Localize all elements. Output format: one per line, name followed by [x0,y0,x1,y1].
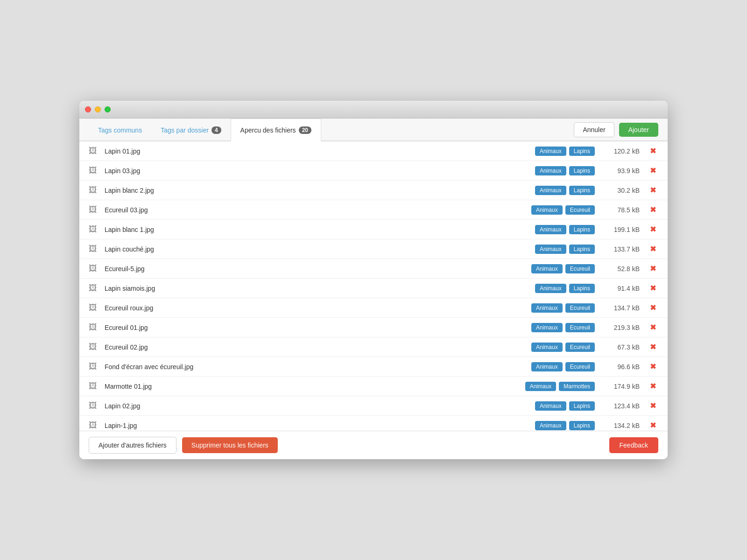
remove-file-button[interactable]: ✖ [647,264,658,273]
file-row: 🖼Marmotte 01.jpgAnimauxMarmottes174.9 kB… [79,377,668,396]
file-name: Fond d'écran avec écureuil.jpg [105,363,524,371]
file-tags: AnimauxLapins [535,166,595,175]
file-name: Lapin blanc 1.jpg [105,226,528,233]
titlebar [79,101,668,119]
tag-badge: Lapins [569,166,595,175]
tag-badge: Lapins [569,225,595,234]
add-button[interactable]: Ajouter [619,123,658,137]
file-icon: 🖼 [89,166,97,175]
tab-apercu-fichiers-label: Apercu des fichiers [240,126,296,134]
add-files-button[interactable]: Ajouter d'autres fichiers [89,437,176,454]
tag-badge: Ecureuil [565,205,595,215]
remove-file-button[interactable]: ✖ [647,343,658,351]
file-tags: AnimauxLapins [535,147,595,156]
tab-apercu-fichiers-badge: 20 [299,126,311,134]
file-size: 219.3 kB [602,324,640,331]
remove-file-button[interactable]: ✖ [647,225,658,234]
file-tags: AnimauxLapins [535,186,595,195]
tag-badge: Lapins [569,421,595,430]
file-tags: AnimauxMarmottes [525,382,595,391]
file-tags: AnimauxEcureuil [531,323,595,332]
tag-badge: Lapins [569,284,595,293]
tag-badge: Ecureuil [565,303,595,313]
remove-file-button[interactable]: ✖ [647,147,658,155]
tag-badge: Lapins [569,245,595,254]
file-size: 134.7 kB [602,304,640,312]
file-tags: AnimauxEcureuil [531,205,595,215]
remove-file-button[interactable]: ✖ [647,303,658,312]
remove-file-button[interactable]: ✖ [647,205,658,214]
close-button[interactable] [85,106,91,112]
file-name: Ecureuil-5.jpg [105,265,524,273]
file-name: Lapin 03.jpg [105,167,528,175]
file-row: 🖼Ecureuil 01.jpgAnimauxEcureuil219.3 kB✖ [79,318,668,337]
file-name: Lapin couché.jpg [105,245,528,253]
file-icon: 🖼 [89,283,97,293]
file-name: Marmotte 01.jpg [105,383,518,390]
remove-file-button[interactable]: ✖ [647,362,658,371]
remove-file-button[interactable]: ✖ [647,245,658,253]
remove-file-button[interactable]: ✖ [647,284,658,293]
file-tags: AnimauxEcureuil [531,362,595,371]
traffic-lights [85,106,111,112]
tag-badge: Animaux [531,264,563,273]
file-name: Lapin blanc 2.jpg [105,187,528,194]
file-name: Ecureuil 03.jpg [105,206,524,214]
feedback-button[interactable]: Feedback [609,437,658,453]
file-row: 🖼Ecureuil roux.jpgAnimauxEcureuil134.7 k… [79,298,668,318]
file-icon: 🖼 [89,146,97,156]
file-row: 🖼Lapin couché.jpgAnimauxLapins133.7 kB✖ [79,239,668,259]
tab-tags-par-dossier[interactable]: Tags par dossier 4 [151,119,230,140]
file-icon: 🖼 [89,185,97,195]
file-tags: AnimauxLapins [535,225,595,234]
tabs-bar: Tags communs Tags par dossier 4 Apercu d… [79,119,668,141]
file-size: 93.9 kB [602,167,640,175]
remove-file-button[interactable]: ✖ [647,421,658,430]
file-size: 52.8 kB [602,265,640,273]
remove-file-button[interactable]: ✖ [647,382,658,391]
file-size: 96.6 kB [602,363,640,371]
tag-badge: Animaux [535,225,566,234]
tab-apercu-fichiers[interactable]: Apercu des fichiers 20 [231,119,321,141]
file-icon: 🖼 [89,205,97,215]
remove-file-button[interactable]: ✖ [647,323,658,332]
file-name: Ecureuil 01.jpg [105,324,524,331]
file-row: 🖼Ecureuil 02.jpgAnimauxEcureuil67.3 kB✖ [79,337,668,357]
file-row: 🖼Fond d'écran avec écureuil.jpgAnimauxEc… [79,357,668,377]
file-size: 67.3 kB [602,343,640,351]
file-row: 🖼Ecureuil 03.jpgAnimauxEcureuil78.5 kB✖ [79,200,668,220]
file-icon: 🖼 [89,401,97,411]
file-size: 199.1 kB [602,226,640,233]
file-icon: 🖼 [89,381,97,391]
tag-badge: Ecureuil [565,264,595,273]
file-size: 120.2 kB [602,147,640,155]
remove-file-button[interactable]: ✖ [647,166,658,175]
file-row: 🖼Lapin blanc 1.jpgAnimauxLapins199.1 kB✖ [79,220,668,239]
tag-badge: Lapins [569,147,595,156]
maximize-button[interactable] [105,106,111,112]
cancel-button[interactable]: Annuler [574,122,614,137]
file-row: 🖼Lapin 02.jpgAnimauxLapins123.4 kB✖ [79,396,668,416]
file-row: 🖼Ecureuil-5.jpgAnimauxEcureuil52.8 kB✖ [79,259,668,279]
tag-badge: Animaux [535,166,566,175]
file-icon: 🖼 [89,264,97,273]
file-size: 134.2 kB [602,422,640,429]
file-tags: AnimauxLapins [535,245,595,254]
file-row: 🖼Lapin siamois.jpgAnimauxLapins91.4 kB✖ [79,279,668,298]
file-tags: AnimauxEcureuil [531,264,595,273]
delete-all-button[interactable]: Supprimer tous les fichiers [182,437,278,453]
tag-badge: Animaux [531,323,563,332]
file-tags: AnimauxEcureuil [531,343,595,352]
tag-badge: Animaux [535,284,566,293]
minimize-button[interactable] [95,106,101,112]
file-name: Lapin siamois.jpg [105,285,528,292]
remove-file-button[interactable]: ✖ [647,401,658,410]
remove-file-button[interactable]: ✖ [647,186,658,195]
file-icon: 🖼 [89,420,97,430]
file-size: 123.4 kB [602,402,640,410]
tab-tags-communs[interactable]: Tags communs [89,119,151,140]
file-icon: 🖼 [89,342,97,352]
file-row: 🖼Lapin 03.jpgAnimauxLapins93.9 kB✖ [79,161,668,181]
file-name: Lapin-1.jpg [105,422,528,429]
file-size: 133.7 kB [602,245,640,253]
